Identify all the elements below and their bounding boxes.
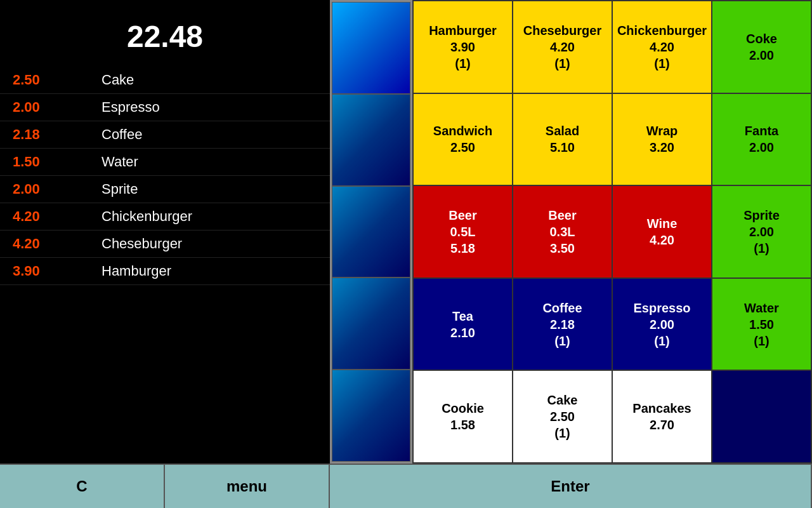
order-item-price: 4.20 — [13, 236, 63, 252]
menu-btn-label: Water — [744, 300, 779, 316]
menu-btn-sub2: (1) — [754, 240, 769, 257]
menu-btn-sub2: (1) — [654, 333, 669, 349]
order-item-name: Cheseburger — [102, 236, 182, 252]
order-item[interactable]: 3.90 Hamburger — [0, 258, 330, 285]
menu-button-label: menu — [226, 478, 267, 495]
menu-btn-sub: 2.50 — [550, 408, 575, 425]
selector-cell-4[interactable] — [332, 277, 410, 370]
order-item[interactable]: 4.20 Chickenburger — [0, 203, 330, 231]
menu-btn-coffee[interactable]: Coffee2.18(1) — [513, 279, 612, 370]
order-item-name: Chickenburger — [102, 208, 192, 225]
menu-btn-label: Espresso — [633, 300, 690, 316]
main-layout: 22.48 2.50 Cake 2.00 Espresso 2.18 Coffe… — [0, 0, 812, 508]
menu-btn-label: Pancakes — [632, 400, 691, 417]
menu-btn-label: Sandwich — [433, 123, 492, 139]
enter-button[interactable]: Enter — [330, 465, 812, 508]
menu-btn-sub2: 5.18 — [450, 240, 475, 257]
menu-btn-sub: 1.58 — [450, 417, 475, 433]
menu-btn-sub: 4.20 — [550, 39, 575, 55]
c-button[interactable]: C — [0, 465, 165, 508]
order-item-price: 2.00 — [13, 99, 63, 116]
menu-btn-label: Salad — [546, 123, 579, 139]
menu-btn-wine[interactable]: Wine4.20 — [613, 186, 711, 277]
menu-btn-sub: 0.3L — [549, 224, 575, 240]
order-item[interactable]: 2.00 Espresso — [0, 94, 330, 121]
menu-btn-sub: 2.00 — [749, 47, 774, 64]
menu-btn-label: Coke — [746, 30, 777, 47]
menu-btn-label: Wrap — [646, 123, 678, 139]
order-item[interactable]: 2.50 Cake — [0, 67, 330, 94]
menu-btn-sub: 2.10 — [450, 324, 475, 341]
menu-btn-label: Cheseburger — [523, 22, 601, 39]
menu-btn-label: Sprite — [743, 207, 780, 224]
menu-btn-sub: 0.5L — [450, 224, 475, 240]
selector-cell-2[interactable] — [332, 94, 410, 186]
left-panel: 22.48 2.50 Cake 2.00 Espresso 2.18 Coffe… — [0, 0, 330, 464]
menu-btn-sub: 2.00 — [749, 224, 774, 240]
menu-btn-sub: 5.10 — [550, 139, 575, 156]
menu-btn-sandwich[interactable]: Sandwich2.50 — [414, 94, 512, 185]
menu-btn-label: Cookie — [442, 400, 484, 417]
menu-btn-sub2: (1) — [754, 333, 769, 349]
menu-btn-coke[interactable]: Coke2.00 — [712, 1, 811, 93]
menu-btn-pancakes[interactable]: Pancakes2.70 — [613, 371, 711, 462]
selector-cell-3[interactable] — [332, 186, 410, 278]
order-item[interactable]: 2.18 Coffee — [0, 121, 330, 149]
menu-btn-chickenburger[interactable]: Chickenburger4.20(1) — [613, 1, 711, 93]
menu-btn-label: Beer — [548, 207, 576, 224]
menu-btn-sub: 2.70 — [650, 417, 674, 433]
menu-btn-sub: 4.20 — [650, 232, 674, 248]
menu-btn-sub: 2.00 — [650, 316, 674, 333]
menu-btn-sub: 2.18 — [550, 316, 575, 333]
menu-btn-sub: 1.50 — [749, 316, 774, 333]
order-item[interactable]: 4.20 Cheseburger — [0, 231, 330, 258]
menu-button[interactable]: menu — [165, 465, 330, 508]
menu-btn-sub: 4.20 — [650, 39, 674, 55]
menu-btn-wrap[interactable]: Wrap3.20 — [613, 94, 711, 185]
menu-btn-label: Chickenburger — [617, 22, 707, 39]
menu-btn-label: Hamburger — [429, 22, 497, 39]
menu-btn-beer03[interactable]: Beer0.3L3.50 — [513, 186, 612, 277]
menu-btn-water[interactable]: Water1.50(1) — [712, 279, 811, 370]
enter-button-label: Enter — [551, 478, 589, 495]
menu-btn-salad[interactable]: Salad5.10 — [513, 94, 612, 185]
order-item-price: 2.50 — [13, 72, 63, 88]
menu-btn-espresso[interactable]: Espresso2.00(1) — [613, 279, 711, 370]
order-item-name: Sprite — [102, 181, 138, 197]
right-panel: Hamburger3.90(1)Cheseburger4.20(1)Chicke… — [330, 0, 812, 464]
menu-btn-label: Fanta — [745, 123, 778, 139]
menu-btn-empty[interactable] — [712, 371, 811, 462]
order-item[interactable]: 1.50 Water — [0, 149, 330, 176]
menu-btn-sprite[interactable]: Sprite2.00(1) — [712, 186, 811, 277]
bottom-bar: C menu Enter — [0, 464, 812, 508]
order-item-price: 2.18 — [13, 126, 63, 143]
order-item-name: Hamburger — [102, 263, 171, 279]
total-display: 22.48 — [0, 6, 330, 67]
menu-btn-sub2: (1) — [654, 55, 669, 72]
selector-column — [330, 0, 412, 464]
menu-btn-tea[interactable]: Tea2.10 — [414, 279, 512, 370]
selector-cell-5[interactable] — [332, 370, 410, 462]
menu-grid: Hamburger3.90(1)Cheseburger4.20(1)Chicke… — [412, 0, 812, 464]
menu-btn-sub2: (1) — [554, 55, 570, 72]
menu-btn-hamburger[interactable]: Hamburger3.90(1) — [414, 1, 512, 93]
order-item-price: 4.20 — [13, 208, 63, 225]
menu-btn-sub2: 3.50 — [550, 240, 575, 257]
order-item[interactable]: 2.00 Sprite — [0, 176, 330, 203]
menu-btn-cookie[interactable]: Cookie1.58 — [414, 371, 512, 462]
menu-btn-sub2: (1) — [554, 333, 570, 349]
order-item-price: 2.00 — [13, 181, 63, 197]
menu-btn-label: Beer — [449, 207, 476, 224]
total-value: 22.48 — [127, 20, 203, 53]
order-item-name: Cake — [102, 72, 134, 88]
menu-btn-label: Coffee — [542, 300, 582, 316]
menu-btn-label: Tea — [452, 308, 473, 324]
menu-btn-beer05[interactable]: Beer0.5L5.18 — [414, 186, 512, 277]
menu-btn-cake[interactable]: Cake2.50(1) — [513, 371, 612, 462]
menu-btn-fanta[interactable]: Fanta2.00 — [712, 94, 811, 185]
order-item-name: Espresso — [102, 99, 160, 116]
order-item-price: 3.90 — [13, 263, 63, 279]
menu-btn-cheseburger[interactable]: Cheseburger4.20(1) — [513, 1, 612, 93]
menu-btn-sub: 3.20 — [650, 139, 674, 156]
selector-cell-1[interactable] — [332, 2, 410, 94]
